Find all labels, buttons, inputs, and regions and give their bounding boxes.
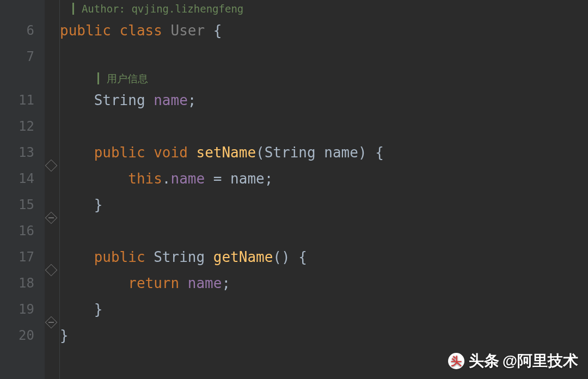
line-number: 12 (0, 113, 44, 139)
code-line (60, 218, 588, 244)
code-line: } (60, 192, 588, 218)
watermark-brand: 头条 (469, 351, 499, 371)
watermark: 头 头条 @阿里技术 (448, 351, 578, 371)
line-number: 7 (0, 44, 44, 70)
line-number: 14 (0, 166, 44, 192)
fold-handle-icon[interactable] (45, 264, 58, 277)
fold-collapse-icon[interactable] (45, 212, 58, 224)
line-number-gutter: 6 7 11 12 13 14 15 16 17 18 19 20 (0, 0, 45, 379)
code-line: String name; (60, 87, 588, 113)
code-line: return name; (60, 270, 588, 296)
code-line: } (60, 296, 588, 322)
doc-comment: 用户信息 (60, 70, 588, 87)
line-number: 13 (0, 139, 44, 166)
code-area[interactable]: Author: qvjing.lizhengfeng public class … (60, 0, 588, 379)
line-number: 15 (0, 192, 44, 218)
code-line: } (60, 322, 588, 349)
code-line: this.name = name; (60, 166, 588, 192)
line-number: 17 (0, 244, 44, 270)
watermark-handle: @阿里技术 (503, 351, 578, 371)
line-number: 11 (0, 87, 44, 113)
code-line: public class User { (60, 17, 588, 44)
line-number (0, 0, 44, 17)
fold-column[interactable] (45, 0, 60, 379)
doc-comment: Author: qvjing.lizhengfeng (60, 0, 588, 17)
code-line: public void setName(String name) { (60, 139, 588, 166)
code-editor[interactable]: 6 7 11 12 13 14 15 16 17 18 19 20 Author… (0, 0, 588, 379)
fold-handle-icon[interactable] (45, 160, 58, 172)
code-line (60, 44, 588, 70)
line-number: 18 (0, 270, 44, 296)
code-line: public String getName() { (60, 244, 588, 270)
line-number (0, 70, 44, 87)
code-line (60, 113, 588, 139)
line-number: 20 (0, 322, 44, 349)
line-number: 19 (0, 296, 44, 322)
fold-collapse-icon[interactable] (45, 316, 58, 329)
line-number: 6 (0, 17, 44, 44)
toutiao-logo-icon: 头 (448, 353, 464, 369)
line-number: 16 (0, 218, 44, 244)
